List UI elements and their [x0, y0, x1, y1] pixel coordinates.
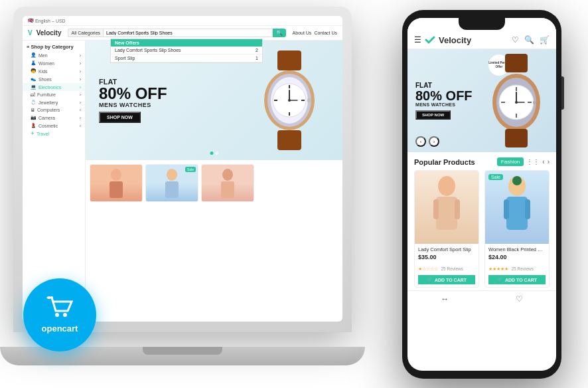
sidebar-item-cosmetic[interactable]: 💄Cosmetic› — [23, 122, 85, 130]
currency-label: USD — [56, 19, 66, 23]
phone-bottom-icon-1[interactable]: ↔ — [441, 294, 449, 304]
laptop-logo-text: Velocity — [37, 29, 62, 37]
cart-icon-btn-2: 🛒 — [497, 277, 503, 282]
laptop-sidebar: ≡ Shop by Category 👤Men› 👗Women› 🧒Kids› … — [23, 41, 86, 300]
phone-category: MENS WATCHES — [415, 102, 473, 107]
electronics-icon: 💻 — [31, 84, 37, 90]
sidebar-item-computers[interactable]: 🖥Computers› — [23, 106, 85, 114]
svg-rect-15 — [110, 181, 123, 198]
phone-hero-text: FLAT 80% OFF MENS WATCHES SHOP NOW — [415, 82, 473, 120]
phone-logo-check-icon — [424, 34, 436, 46]
add-to-cart-btn-1[interactable]: 🛒 ADD TO CART — [418, 275, 475, 284]
popular-section: Popular Products Fashion ⋮⋮ ‹ › — [407, 152, 556, 290]
dropdown-item-count-2: 1 — [256, 56, 258, 60]
hero-dot-2[interactable] — [215, 151, 218, 155]
hero-category-label: MENS WATCHES — [99, 102, 167, 108]
phone-bottom-icon-2[interactable]: ♡ — [516, 294, 523, 304]
phone-cart-icon[interactable]: 🛒 — [540, 35, 550, 45]
sidebar-item-travel[interactable]: ✈Travel — [23, 130, 85, 138]
scene: 🇬🇧 English – USD V Velocity All Categori… — [0, 0, 588, 388]
chevron-right-kids: › — [80, 69, 81, 74]
svg-rect-12 — [307, 98, 311, 102]
laptop-hero-watch — [243, 47, 336, 153]
dropdown-item-text-1: Lady Comfort Sports Slip Shoes — [115, 48, 181, 52]
sidebar-item-electronics[interactable]: 💻Electronics› — [23, 83, 85, 91]
sidebar-item-men[interactable]: 👤Men› — [23, 51, 85, 59]
hero-percent-label: 80% OFF — [99, 86, 167, 102]
phone-hero-prev-btn[interactable]: ‹ — [415, 136, 426, 147]
laptop-product-2: Sale — [145, 164, 198, 202]
svg-rect-0 — [277, 50, 301, 70]
phone-search-icon[interactable]: 🔍 — [524, 35, 534, 45]
laptop-product-3 — [201, 164, 254, 202]
about-us-link[interactable]: About Us — [293, 31, 312, 35]
hamburger-icon[interactable]: ☰ — [414, 35, 421, 45]
laptop-content-area: FLAT 80% OFF MENS WATCHES SHOP NOW — [86, 41, 342, 300]
svg-rect-13 — [277, 130, 301, 150]
laptop-sale-badge: Sale — [185, 167, 196, 172]
phone-off-pct: 80% OFF — [415, 89, 473, 102]
computers-icon: 🖥 — [31, 108, 35, 112]
nav-links: About Us Contact Us — [293, 31, 337, 35]
popular-prev-icon[interactable]: ‹ — [542, 158, 544, 165]
sidebar-item-jewellery[interactable]: 💍Jewellery› — [23, 98, 85, 106]
sidebar-item-camera[interactable]: 📷Camera› — [23, 114, 85, 122]
women-icon: 👗 — [31, 60, 37, 66]
svg-point-14 — [111, 169, 121, 181]
svg-point-18 — [222, 169, 233, 181]
furniture-icon: 🛋 — [31, 92, 35, 97]
phone-header: ☰ Velocity ♡ 🔍 🛒 — [407, 31, 556, 49]
phone-hero-next-btn[interactable]: › — [429, 136, 439, 147]
add-to-cart-btn-2[interactable]: 🛒 ADD TO CART — [488, 275, 546, 284]
travel-icon: ✈ — [31, 131, 35, 136]
hero-shop-now-btn[interactable]: SHOP NOW — [99, 112, 141, 123]
phone-logo-area: ☰ Velocity — [414, 34, 471, 46]
hero-dot-1[interactable] — [210, 151, 213, 155]
chevron-right-furniture: › — [80, 92, 81, 97]
svg-rect-39 — [433, 199, 439, 219]
svg-point-21 — [63, 313, 67, 317]
phone-product-price-1: $35.00 — [418, 254, 475, 260]
chevron-right-men: › — [80, 53, 81, 58]
svg-point-20 — [55, 313, 59, 317]
men-icon: 👤 — [31, 52, 37, 58]
svg-rect-36 — [505, 129, 528, 147]
popular-next-icon[interactable]: › — [548, 158, 550, 165]
search-button[interactable]: 🔍 — [273, 29, 286, 37]
dropdown-item-1[interactable]: Lady Comfort Sports Slip Shoes 2 — [111, 47, 262, 54]
flag-icon: 🇬🇧 — [28, 18, 34, 23]
logo-v-icon: V — [28, 29, 33, 37]
phone-shop-now-btn[interactable]: SHOP NOW — [415, 110, 451, 120]
grid-view-icon[interactable]: ⋮⋮ — [526, 158, 540, 165]
search-input[interactable] — [103, 29, 273, 37]
svg-rect-45 — [525, 199, 530, 219]
popular-title: Popular Products — [414, 158, 475, 166]
search-category-dropdown[interactable]: All Categories — [68, 29, 103, 37]
chevron-right-cosmetic: › — [80, 124, 81, 128]
dropdown-item-count-1: 2 — [256, 48, 258, 52]
sidebar-item-furniture[interactable]: 🛋Furniture› — [23, 91, 85, 98]
language-selector[interactable]: 🇬🇧 English – USD — [28, 18, 66, 23]
chevron-right-women: › — [80, 61, 81, 66]
sidebar-item-shoes[interactable]: 👟Shoes› — [23, 75, 85, 83]
svg-rect-35 — [533, 101, 536, 104]
dropdown-item-2[interactable]: Sport Slip 1 — [111, 54, 262, 62]
contact-link[interactable]: Contact Us — [314, 31, 337, 35]
phone-product-img-1 — [415, 171, 478, 244]
chevron-right-camera: › — [80, 116, 81, 120]
screen-content: 🇬🇧 English – USD V Velocity All Categori… — [23, 16, 342, 322]
dropdown-item-text-2: Sport Slip — [115, 56, 135, 60]
phone-heart-icon[interactable]: ♡ — [512, 35, 519, 45]
phone-sale-badge-2: Sale — [488, 174, 503, 180]
phone-hero-nav: ‹ › — [415, 136, 439, 147]
opencart-text-label: opencart — [42, 324, 78, 334]
cart-icon-btn-1: 🛒 — [427, 277, 433, 282]
laptop-product-1 — [90, 164, 143, 202]
phone-product-stars-1: ★☆☆☆☆ 25 Reviews — [418, 261, 475, 273]
sidebar-item-kids[interactable]: 🧒Kids› — [23, 67, 85, 75]
phone-hero-banner: FLAT 80% OFF MENS WATCHES SHOP NOW Limit… — [407, 49, 556, 152]
product-img-1 — [90, 165, 142, 201]
fashion-tab[interactable]: Fashion — [497, 157, 524, 166]
sidebar-item-women[interactable]: 👗Women› — [23, 59, 85, 67]
camera-icon: 📷 — [31, 115, 37, 120]
